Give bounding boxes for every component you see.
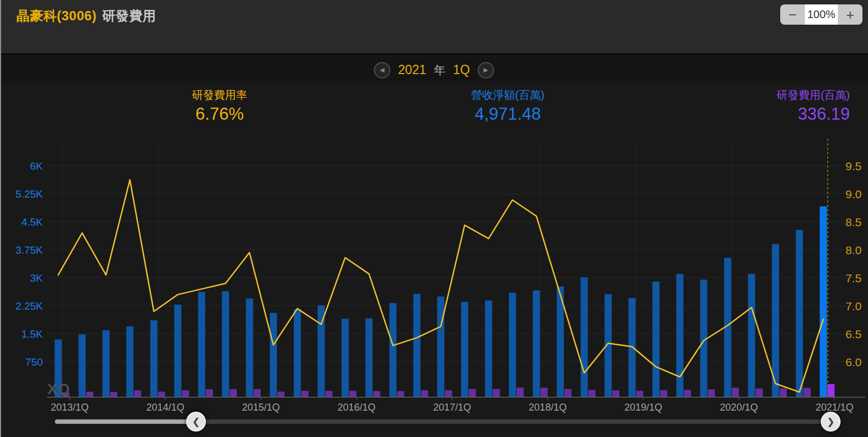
rd-expense-bar bbox=[421, 390, 428, 397]
scrollbar-right-handle[interactable]: ❯ bbox=[821, 412, 841, 432]
left-axis-labels: 6K5.25K4.5K3.75K3K2.25K1.5K750 bbox=[15, 160, 43, 368]
left-axis-tick-label: 3.75K bbox=[15, 244, 43, 256]
xq-watermark: XQ bbox=[47, 381, 71, 397]
revenue-bar bbox=[246, 299, 253, 397]
revenue-bar bbox=[198, 292, 205, 397]
chevron-right-icon: ❯ bbox=[827, 416, 835, 428]
chart-canvas[interactable]: 2013/1Q2014/1Q2015/1Q2016/1Q2017/1Q2018/… bbox=[0, 0, 868, 437]
left-axis-tick-label: 3K bbox=[30, 272, 43, 284]
rd-expense-bar bbox=[684, 390, 691, 397]
revenue-bar bbox=[461, 302, 468, 397]
rd-expense-bar bbox=[254, 389, 261, 397]
revenue-bar bbox=[389, 303, 396, 397]
rd-expense-bar bbox=[732, 388, 739, 397]
revenue-bar bbox=[509, 293, 516, 397]
rd-expense-bar bbox=[589, 390, 596, 397]
rd-expense-bar bbox=[301, 391, 309, 397]
scrollbar-left-handle[interactable]: ❮ bbox=[186, 412, 206, 432]
rd-expense-bar bbox=[373, 391, 380, 397]
rd-expense-bar bbox=[110, 392, 117, 397]
revenue-bar bbox=[533, 290, 540, 397]
revenue-bar bbox=[485, 300, 492, 397]
left-axis-tick-label: 6K bbox=[30, 160, 43, 172]
rd-expense-bar bbox=[349, 391, 356, 397]
left-axis-tick-label: 1.5K bbox=[21, 328, 43, 340]
revenue-bar bbox=[79, 334, 86, 397]
rd-expense-bar bbox=[827, 384, 835, 397]
revenue-bar bbox=[294, 309, 301, 397]
revenue-bar bbox=[341, 319, 349, 397]
left-axis-tick-label: 2.25K bbox=[15, 300, 43, 312]
rd-expense-bar bbox=[636, 391, 643, 397]
right-axis-tick-label: 7.5 bbox=[845, 272, 861, 284]
rd-expense-bar bbox=[541, 388, 548, 397]
chevron-left-icon: ❮ bbox=[192, 416, 200, 428]
rd-expense-bar bbox=[469, 389, 476, 397]
right-axis-tick-label: 6.5 bbox=[845, 328, 861, 340]
scrollbar-track[interactable] bbox=[55, 419, 837, 424]
revenue-bar bbox=[222, 291, 229, 397]
revenue-bar bbox=[174, 305, 181, 397]
revenue-bar bbox=[437, 296, 444, 397]
rd-expense-bar bbox=[445, 390, 452, 397]
right-axis-tick-label: 7.0 bbox=[845, 300, 861, 312]
revenue-bars[interactable] bbox=[55, 206, 827, 397]
revenue-bar bbox=[652, 282, 659, 397]
right-axis-labels: 9.59.08.58.07.57.06.56.0 bbox=[845, 160, 861, 368]
left-axis-tick-label: 5.25K bbox=[15, 188, 43, 200]
revenue-bar bbox=[748, 274, 755, 397]
rd-expense-bar bbox=[708, 389, 715, 397]
revenue-bar bbox=[366, 318, 373, 397]
rd-expense-bar bbox=[206, 389, 213, 397]
rd-expense-bar bbox=[804, 388, 811, 397]
revenue-bar bbox=[103, 330, 110, 397]
rd-expense-bar bbox=[158, 391, 165, 397]
rd-expense-bar bbox=[780, 388, 787, 397]
rd-expense-bar bbox=[182, 390, 189, 397]
rd-expense-bar bbox=[229, 389, 237, 397]
left-axis-tick-label: 4.5K bbox=[21, 216, 43, 228]
right-axis-tick-label: 9.0 bbox=[845, 188, 861, 200]
gridlines bbox=[47, 139, 865, 397]
rd-expense-bar bbox=[755, 388, 763, 397]
revenue-bar bbox=[270, 313, 277, 397]
revenue-bar bbox=[796, 230, 803, 397]
rd-expense-bar bbox=[660, 390, 667, 397]
revenue-bar bbox=[150, 320, 158, 397]
rd-expense-bar bbox=[134, 390, 141, 397]
right-axis-tick-label: 6.0 bbox=[845, 356, 861, 368]
left-axis-tick-label: 750 bbox=[25, 356, 43, 368]
rd-expense-bar bbox=[86, 392, 93, 397]
rd-expense-bar bbox=[397, 391, 404, 397]
rd-expense-bar bbox=[612, 390, 619, 397]
revenue-bar bbox=[126, 327, 133, 397]
revenue-bar bbox=[820, 206, 827, 397]
right-axis-tick-label: 8.5 bbox=[845, 216, 861, 228]
rd-expense-bar bbox=[277, 391, 284, 397]
rd-expense-bar bbox=[326, 391, 333, 397]
rd-expense-bar bbox=[492, 389, 500, 397]
rd-expense-bar bbox=[517, 388, 524, 397]
revenue-bar bbox=[581, 277, 588, 397]
rd-expense-bar bbox=[564, 389, 572, 397]
app-window: 晶豪科(3006)研發費用 − 100% + ◀ 2021 年 1Q ▶ 研發費… bbox=[0, 0, 868, 437]
scrollbar-filled-range bbox=[55, 419, 196, 424]
horizontal-scrollbar[interactable]: ❮ ❯ bbox=[0, 411, 868, 435]
revenue-bar bbox=[413, 294, 421, 397]
right-axis-tick-label: 8.0 bbox=[845, 244, 861, 256]
revenue-bar bbox=[676, 274, 684, 397]
right-axis-tick-label: 9.5 bbox=[845, 160, 861, 172]
